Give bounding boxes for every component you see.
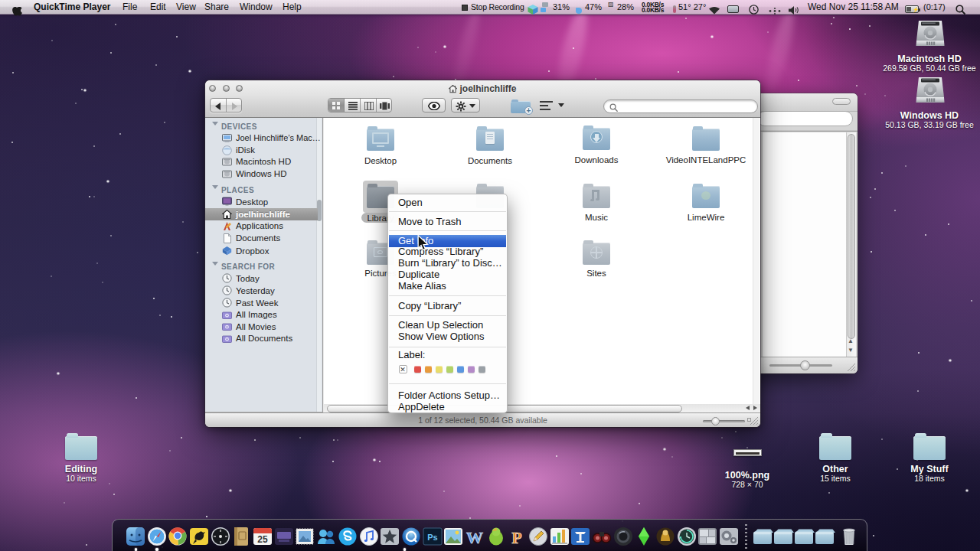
svg-text:25: 25 <box>257 534 268 545</box>
svg-text:W: W <box>466 528 483 547</box>
svg-text:Ps: Ps <box>427 533 437 542</box>
svg-text:P: P <box>511 528 521 547</box>
